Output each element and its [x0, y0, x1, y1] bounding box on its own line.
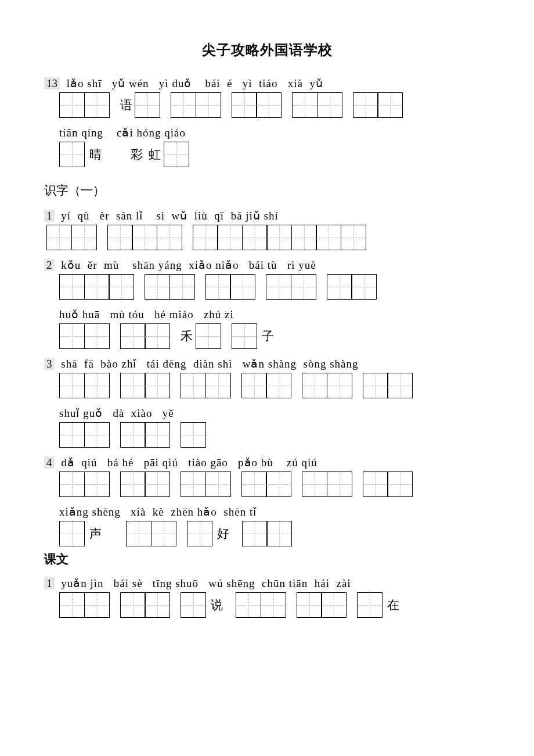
- char-box[interactable]: [145, 592, 170, 618]
- char-box[interactable]: [181, 471, 206, 497]
- char-box[interactable]: [327, 274, 352, 300]
- char-box[interactable]: [145, 373, 170, 398]
- char-box[interactable]: [145, 323, 170, 349]
- box-group: [120, 373, 171, 398]
- char-box[interactable]: [157, 225, 182, 250]
- char-box[interactable]: [59, 422, 85, 448]
- char-box[interactable]: [327, 471, 352, 497]
- char-box[interactable]: [181, 422, 206, 448]
- char-box[interactable]: [169, 274, 195, 300]
- box-group: [181, 471, 231, 497]
- box-group: [241, 373, 292, 398]
- char-box[interactable]: [297, 592, 322, 618]
- char-box[interactable]: [181, 373, 206, 398]
- char-box[interactable]: [232, 323, 257, 349]
- char-box[interactable]: [120, 422, 146, 448]
- char-box[interactable]: [59, 274, 85, 300]
- char-box[interactable]: [71, 225, 97, 250]
- char-box[interactable]: [109, 274, 134, 300]
- char-box[interactable]: [59, 323, 85, 349]
- section-heading: 识字（一）: [44, 182, 490, 199]
- given-char: 说: [211, 597, 223, 613]
- line-number: 13: [44, 77, 60, 89]
- char-box[interactable]: [145, 471, 170, 497]
- given-char: 禾: [181, 328, 193, 344]
- char-box[interactable]: [59, 92, 85, 118]
- char-box[interactable]: [242, 225, 268, 250]
- char-box[interactable]: [357, 592, 383, 618]
- char-box[interactable]: [353, 92, 378, 118]
- char-box[interactable]: [120, 471, 146, 497]
- char-box[interactable]: [341, 225, 366, 250]
- char-box[interactable]: [230, 274, 255, 300]
- char-box[interactable]: [120, 323, 146, 349]
- char-box[interactable]: [46, 225, 72, 250]
- char-box[interactable]: [59, 142, 85, 167]
- char-box[interactable]: [196, 323, 221, 349]
- char-box[interactable]: [241, 373, 267, 398]
- char-box[interactable]: [363, 373, 388, 398]
- char-box[interactable]: [261, 592, 286, 618]
- char-box[interactable]: [187, 521, 212, 546]
- char-box[interactable]: [266, 373, 291, 398]
- char-box[interactable]: [84, 373, 110, 398]
- char-box[interactable]: [327, 373, 352, 398]
- char-box[interactable]: [84, 592, 110, 618]
- char-box[interactable]: [351, 274, 377, 300]
- char-box[interactable]: [317, 92, 342, 118]
- char-box[interactable]: [84, 422, 110, 448]
- char-box[interactable]: [377, 92, 403, 118]
- line-number: 1: [44, 210, 55, 222]
- char-box[interactable]: [236, 592, 261, 618]
- char-box[interactable]: [59, 373, 85, 398]
- char-box[interactable]: [107, 225, 133, 250]
- char-box[interactable]: [84, 274, 110, 300]
- char-box[interactable]: [132, 225, 157, 250]
- char-box[interactable]: [59, 471, 85, 497]
- pinyin-row: huǒ huā mù tóu hé miáo zhú zi: [44, 308, 490, 321]
- char-box[interactable]: [84, 323, 110, 349]
- char-box[interactable]: [363, 471, 388, 497]
- char-box[interactable]: [205, 471, 231, 497]
- char-box[interactable]: [266, 471, 291, 497]
- char-box[interactable]: [135, 92, 160, 118]
- char-box[interactable]: [387, 471, 413, 497]
- char-box[interactable]: [266, 225, 292, 250]
- char-box[interactable]: [321, 592, 347, 618]
- char-box[interactable]: [84, 471, 110, 497]
- char-box[interactable]: [59, 592, 85, 618]
- box-group: [126, 521, 176, 546]
- char-box[interactable]: [241, 471, 267, 497]
- char-box[interactable]: [266, 274, 291, 300]
- char-box[interactable]: [302, 373, 327, 398]
- char-box[interactable]: [217, 225, 243, 250]
- char-box[interactable]: [193, 225, 218, 250]
- char-box[interactable]: [126, 521, 151, 546]
- char-box[interactable]: [171, 92, 196, 118]
- char-box[interactable]: [302, 471, 327, 497]
- char-box[interactable]: [164, 142, 189, 167]
- char-box[interactable]: [145, 422, 170, 448]
- char-box[interactable]: [291, 225, 317, 250]
- char-box[interactable]: [84, 92, 110, 118]
- char-box[interactable]: [196, 92, 221, 118]
- char-box[interactable]: [120, 373, 146, 398]
- char-box[interactable]: [292, 92, 317, 118]
- char-box[interactable]: [120, 592, 146, 618]
- char-box[interactable]: [256, 92, 282, 118]
- char-box[interactable]: [205, 373, 231, 398]
- box-group: [297, 592, 347, 618]
- pinyin-row: shuǐ guǒ dà xiào yě: [44, 406, 490, 420]
- char-box[interactable]: [145, 274, 170, 300]
- char-box[interactable]: [291, 274, 316, 300]
- char-box[interactable]: [205, 274, 231, 300]
- char-box[interactable]: [59, 521, 85, 546]
- char-box[interactable]: [181, 592, 206, 618]
- char-box[interactable]: [387, 373, 413, 398]
- char-box[interactable]: [316, 225, 341, 250]
- char-box[interactable]: [151, 521, 176, 546]
- box-group: [241, 471, 292, 497]
- char-box[interactable]: [242, 521, 268, 546]
- char-box[interactable]: [232, 92, 257, 118]
- char-box[interactable]: [266, 521, 292, 546]
